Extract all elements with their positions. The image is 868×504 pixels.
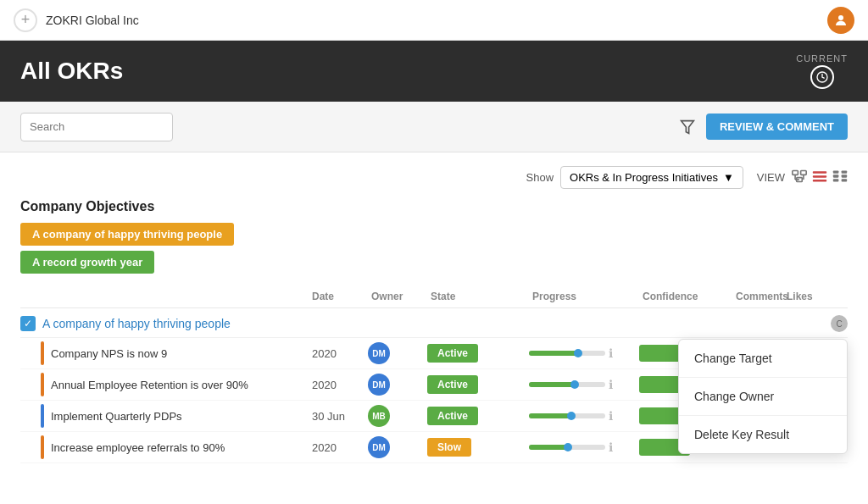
kr-state: Active [427,407,529,425]
kr-state: Active [427,375,529,394]
view-label: VIEW [757,171,785,184]
state-badge: Active [427,375,478,394]
progress-dot [564,443,572,451]
objective-name[interactable]: A company of happy thriving people [42,317,826,330]
context-menu: Change TargetChange OwnerDelete Key Resu… [678,339,848,454]
owner-avatar: DM [368,374,390,396]
th-likes: Likes [783,289,834,304]
kr-progress: ℹ [529,409,639,423]
show-row: Show OKRs & In Progress Initiatives ▼ VI… [20,166,848,189]
th-progress: Progress [529,289,639,304]
objective-row: ✓ A company of happy thriving people C [20,310,848,338]
review-comment-button[interactable]: REVIEW & COMMENT [706,114,848,140]
kr-name: Increase employee referrals to 90% [51,441,225,454]
state-badge: Active [427,407,478,425]
grid-view-icon[interactable] [832,169,848,186]
header-bar: All OKRs CURRENT [0,41,868,102]
filter-button[interactable] [679,119,696,135]
th-confidence: Confidence [639,289,732,304]
kr-color-bar [41,373,44,396]
objective-tag-1[interactable]: A company of happy thriving people [20,223,234,246]
th-state: State [427,289,529,304]
tree-view-icon[interactable] [792,169,807,186]
section-title: Company Objectives [20,199,848,214]
table-header: Date Owner State Progress Confidence Com… [20,285,848,308]
svg-rect-15 [842,174,848,177]
progress-track [529,413,605,418]
kr-state: Active [427,344,529,363]
svg-rect-3 [793,170,798,174]
app-name: ZOKRI Global Inc [46,14,139,27]
info-icon[interactable]: ℹ [609,409,613,423]
svg-point-0 [838,15,843,20]
search-input[interactable] [20,113,173,141]
kr-date: 30 Jun [309,410,368,423]
progress-dot [574,349,582,357]
kr-name-cell: Company NPS is now 9 [20,341,309,365]
list-view-icon[interactable] [812,169,827,186]
add-button[interactable]: + [14,8,37,32]
svg-rect-10 [813,175,826,177]
state-badge: Slow [427,438,471,457]
context-menu-item[interactable]: Change Owner [679,378,847,416]
kr-progress: ℹ [529,440,639,454]
current-badge: CURRENT [796,53,848,89]
owner-avatar: DM [368,342,390,364]
context-menu-item[interactable]: Change Target [679,340,847,378]
kr-name: Company NPS is now 9 [51,347,167,360]
objective-icon: C [831,315,848,332]
kr-owner: DM [368,436,427,458]
info-icon[interactable]: ℹ [609,346,613,360]
page-title: All OKRs [20,58,123,85]
show-select-value: OKRs & In Progress Initiatives [570,171,718,184]
info-icon[interactable]: ℹ [609,440,613,454]
objective-checkbox[interactable]: ✓ [20,316,36,331]
progress-track [529,445,605,450]
svg-rect-4 [801,170,807,174]
svg-rect-13 [842,170,848,173]
kr-owner: DM [368,374,427,396]
show-label: Show [526,171,554,184]
owner-avatar: DM [368,436,390,458]
progress-fill [529,413,571,418]
th-date: Date [309,289,368,304]
kr-date: 2020 [309,347,368,360]
context-menu-item[interactable]: Delete Key Result [679,416,847,453]
progress-dot [567,412,576,420]
chevron-down-icon: ▼ [723,171,734,184]
main-content: Show OKRs & In Progress Initiatives ▼ VI… [0,152,868,504]
kr-state: Slow [427,438,529,457]
progress-track [529,351,605,356]
kr-color-bar [41,404,44,428]
kr-owner: MB [368,405,427,427]
kr-color-bar [41,341,44,365]
view-icons [792,169,848,186]
show-select[interactable]: OKRs & In Progress Initiatives ▼ [560,166,743,189]
kr-date: 2020 [309,441,368,454]
kr-name-cell: Increase employee referrals to 90% [20,435,309,459]
svg-rect-16 [833,179,839,181]
svg-rect-14 [833,174,839,177]
nav-left: + ZOKRI Global Inc [14,8,139,32]
progress-fill [529,382,575,387]
action-bar: REVIEW & COMMENT [0,102,868,152]
clock-icon [810,65,834,89]
kr-date: 2020 [309,379,368,391]
svg-rect-9 [813,171,826,173]
objective-tags: A company of happy thriving people A rec… [20,223,848,274]
kr-name: Annual Employee Retention is over 90% [51,379,248,391]
svg-rect-17 [842,179,848,181]
svg-marker-2 [682,120,694,133]
owner-avatar: MB [368,405,390,427]
progress-track [529,382,605,387]
kr-name-cell: Implement Quarterly PDPs [20,404,309,428]
progress-fill [529,445,567,450]
th-name [20,289,309,304]
kr-color-bar [41,435,44,459]
progress-fill [529,351,579,356]
kr-name-cell: Annual Employee Retention is over 90% [20,373,309,396]
th-comments: Comments [732,289,783,304]
info-icon[interactable]: ℹ [609,378,613,391]
objective-tag-2[interactable]: A record growth year [20,251,154,274]
user-avatar[interactable] [827,7,854,34]
